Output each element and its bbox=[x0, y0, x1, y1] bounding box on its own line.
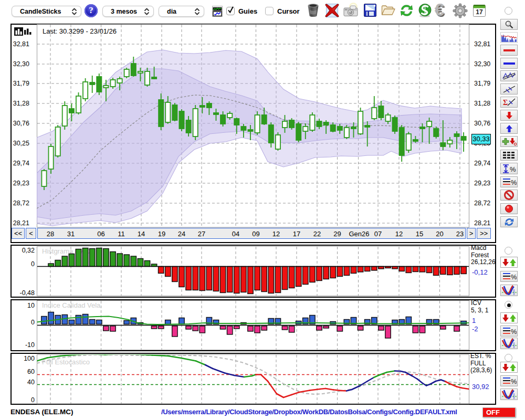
svg-text:%: % bbox=[511, 273, 517, 281]
svg-text:%: % bbox=[511, 377, 517, 385]
svg-text:Indice Calidad Vela: Indice Calidad Vela bbox=[42, 301, 101, 309]
svg-text:%: % bbox=[511, 178, 517, 186]
svg-text:%: % bbox=[510, 165, 516, 173]
svg-text:Σ: Σ bbox=[503, 99, 508, 107]
svg-text:%: % bbox=[511, 328, 517, 335]
svg-text:Full Estocastico: Full Estocastico bbox=[42, 358, 90, 366]
